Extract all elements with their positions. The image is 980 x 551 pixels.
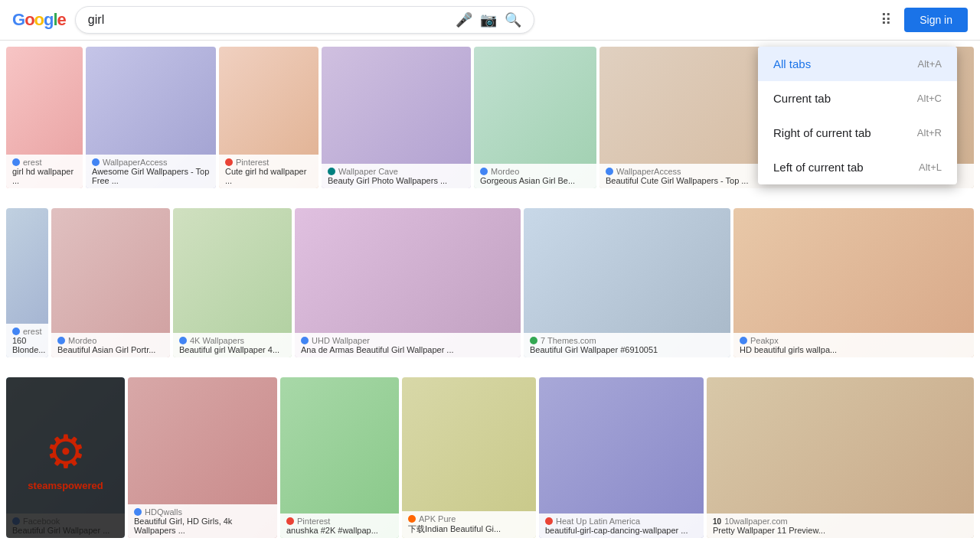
search-button[interactable]: 🔍 — [505, 11, 521, 28]
dropdown-item-current-tab[interactable]: Current tab Alt+C — [758, 81, 957, 116]
steam-label: steamspowered — [28, 480, 103, 491]
all-tabs-label: All tabs — [773, 57, 811, 70]
image-item[interactable]: erest 160 Blonde... — [6, 208, 48, 357]
dropdown-item-left-of-current[interactable]: Left of current tab Alt+L — [758, 150, 957, 184]
image-item[interactable]: WallpaperAccess Awesome Girl Wallpapers … — [86, 47, 216, 188]
tabs-dropdown-menu: All tabs Alt+A Current tab Alt+C Right o… — [758, 47, 957, 184]
image-row-2: erest 160 Blonde... Mordeo Beautiful Asi… — [6, 208, 974, 357]
all-tabs-shortcut: Alt+A — [918, 58, 942, 70]
image-row-3: ⚙ steamspowered Facebook Beautiful Girl … — [6, 377, 974, 538]
dropdown-item-right-of-current[interactable]: Right of current tab Alt+R — [758, 116, 957, 150]
image-item[interactable]: Pinterest anushka #2K #wallpap... — [280, 377, 399, 538]
right-of-current-shortcut: Alt+R — [917, 127, 942, 139]
left-of-current-shortcut: Alt+L — [919, 161, 942, 173]
microphone-icon[interactable]: 🎤 — [456, 11, 472, 28]
current-tab-label: Current tab — [773, 92, 831, 105]
image-item[interactable]: HDQwalls Beautiful Girl, HD Girls, 4k Wa… — [128, 377, 277, 538]
image-item[interactable]: Heat Up Latin America beautiful-girl-cap… — [539, 377, 704, 538]
image-item[interactable]: Mordeo Beautiful Asian Girl Portr... — [51, 208, 170, 357]
right-of-current-label: Right of current tab — [773, 126, 871, 139]
header-right: ⠿ Sign in — [880, 8, 968, 32]
image-item[interactable]: ⚙ steamspowered Facebook Beautiful Girl … — [6, 377, 125, 538]
image-item[interactable]: Pinterest Cute girl hd wallpaper ... — [219, 47, 318, 188]
image-item[interactable]: UHD Wallpaper Ana de Armas Beautiful Gir… — [295, 208, 521, 357]
search-input[interactable] — [88, 13, 448, 27]
image-item[interactable]: Wallpaper Cave Beauty Girl Photo Wallpap… — [322, 47, 471, 188]
image-item[interactable]: erest girl hd wallpaper ... — [6, 47, 83, 188]
google-logo: Google — [12, 10, 66, 30]
apps-icon[interactable]: ⠿ — [880, 11, 892, 29]
dropdown-item-all-tabs[interactable]: All tabs Alt+A — [758, 47, 957, 81]
image-item[interactable]: 4K Wallpapers Beautiful girl Wallpaper 4… — [173, 208, 292, 357]
search-bar: 🎤 📷 🔍 — [75, 6, 534, 34]
main-content: erest girl hd wallpaper ... WallpaperAcc… — [0, 41, 980, 551]
image-item[interactable]: 1010wallpaper.com Pretty Wallpaper 11 Pr… — [707, 377, 974, 538]
image-item[interactable]: Mordeo Gorgeous Asian Girl Be... — [474, 47, 596, 188]
header: Google 🎤 📷 🔍 ⠿ Sign in — [0, 0, 980, 41]
sign-in-button[interactable]: Sign in — [904, 8, 968, 32]
image-item[interactable]: APK Pure 下载Indian Beautiful Gi... — [402, 377, 536, 538]
steam-gear-icon: ⚙ — [45, 425, 87, 478]
left-of-current-label: Left of current tab — [773, 161, 864, 174]
image-item[interactable]: 7 Themes.com Beautiful Girl Wallpaper #6… — [524, 208, 730, 357]
current-tab-shortcut: Alt+C — [917, 93, 942, 104]
image-item[interactable]: Peakpx HD beautiful girls wallpa... — [733, 208, 974, 357]
lens-icon[interactable]: 📷 — [480, 11, 497, 28]
